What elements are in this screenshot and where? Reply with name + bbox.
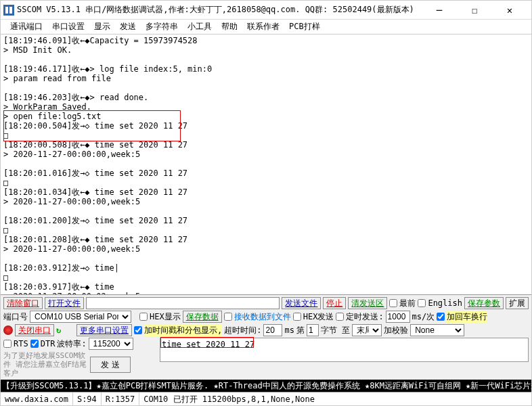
more-settings-button[interactable]: 更多串口设置	[76, 324, 132, 336]
ad-bar: 【升级到SSCOM5.13.1】★嘉立创PCB打样SMT贴片服务. ★RT-Th…	[1, 380, 531, 392]
clear-send-button[interactable]: 清发送区	[348, 297, 387, 309]
menu-serial-settings[interactable]: 串口设置	[48, 21, 89, 32]
svg-rect-0	[3, 5, 14, 16]
expand-button[interactable]: 扩展	[506, 297, 529, 309]
hexsend-checkbox[interactable]	[293, 313, 301, 321]
menu-port[interactable]: 通讯端口	[6, 21, 47, 32]
interval-input[interactable]	[386, 311, 410, 323]
close-port-button[interactable]: 关闭串口	[15, 324, 54, 336]
menu-help[interactable]: 帮助	[217, 21, 242, 32]
svg-rect-2	[9, 7, 12, 14]
promo-note: 为了更好地发展SSCOM软件 请您注册嘉立创F结尾客户	[3, 351, 87, 378]
save-params-button[interactable]: 保存参数	[464, 297, 504, 309]
statusbar: www.daxia.com S:94 R:1357 COM10 已打开 1152…	[1, 392, 531, 405]
send-button[interactable]: 发 送	[90, 357, 131, 373]
english-checkbox[interactable]	[418, 299, 426, 307]
status-sent: S:94	[73, 392, 102, 405]
control-panel: 清除窗口 打开文件 发送文件 停止 清发送区 最前 English 保存参数 扩…	[1, 294, 531, 380]
dtr-checkbox[interactable]	[30, 340, 39, 348]
timestamp-label: 加时间戳和分包显示,	[144, 325, 222, 336]
nth-label: 第	[296, 325, 305, 336]
send-textarea[interactable]: time set 2020 11 27	[160, 338, 529, 362]
record-icon	[3, 325, 13, 335]
addcheck-label: 加校验	[384, 325, 408, 336]
menu-multistring[interactable]: 多字符串	[141, 21, 182, 32]
port-select[interactable]: COM10 USB Serial Port	[30, 311, 131, 323]
menu-tools[interactable]: 小工具	[183, 21, 216, 32]
ms-label: ms	[284, 325, 294, 335]
status-recv: R:1357	[102, 392, 139, 405]
file-path-input[interactable]	[86, 297, 280, 309]
rts-checkbox[interactable]	[3, 340, 12, 348]
close-button[interactable]: ✕	[496, 2, 523, 18]
titlebar: SSCOM V5.13.1 串口/网络数据调试器,作者:大虾丁丁,2618058…	[1, 1, 531, 20]
menu-pcb[interactable]: PCB打样	[285, 21, 324, 32]
hexshow-label: HEX显示	[150, 311, 181, 323]
bytes-to-label: 字节 至	[321, 325, 350, 336]
nth-input[interactable]	[307, 324, 319, 336]
menubar: 通讯端口 串口设置 显示 发送 多字符串 小工具 帮助 联系作者 PCB打样	[1, 20, 531, 35]
timeout-label: 超时时间:	[224, 325, 261, 336]
stop-button[interactable]: 停止	[323, 297, 346, 309]
menu-display[interactable]: 显示	[90, 21, 114, 32]
timedsend-checkbox[interactable]	[336, 313, 344, 321]
addcrlf-label: 加回车换行	[447, 311, 487, 323]
english-label: English	[428, 298, 462, 308]
baud-label: 波特率:	[57, 338, 86, 350]
topmost-label: 最前	[399, 298, 416, 309]
interval-unit: ms/次	[412, 311, 435, 323]
window-title: SSCOM V5.13.1 串口/网络数据调试器,作者:大虾丁丁,2618058…	[17, 4, 420, 16]
maximize-button[interactable]: ☐	[461, 2, 488, 18]
timedsend-label: 定时发送:	[346, 311, 383, 323]
save-data-button[interactable]: 保存数据	[183, 311, 222, 323]
open-file-button[interactable]: 打开文件	[45, 297, 84, 309]
addcrlf-checkbox[interactable]	[437, 313, 445, 321]
recvtofile-checkbox[interactable]	[224, 313, 232, 321]
dtr-label: DTR	[41, 339, 56, 348]
baud-select[interactable]: 115200	[89, 338, 133, 350]
clear-window-button[interactable]: 清除窗口	[3, 297, 43, 309]
hexshow-checkbox[interactable]	[139, 313, 148, 321]
hexsend-label: HEX发送	[303, 311, 334, 323]
status-info: COM10 已打开 115200bps,8,1,None,None	[139, 392, 531, 405]
log-output[interactable]: [18:19:46.091]收←◆Capacity = 15973974528 …	[1, 35, 531, 294]
rts-label: RTS	[14, 339, 28, 348]
timeout-input[interactable]	[263, 324, 282, 336]
topmost-checkbox[interactable]	[389, 299, 397, 307]
end-select[interactable]: 末尾	[352, 324, 382, 336]
svg-rect-1	[5, 7, 8, 14]
status-url: www.daxia.com	[1, 392, 73, 405]
timestamp-checkbox[interactable]	[134, 326, 142, 334]
send-file-button[interactable]: 发送文件	[282, 297, 321, 309]
minimize-button[interactable]: ─	[426, 2, 453, 18]
menu-contact[interactable]: 联系作者	[243, 21, 284, 32]
recvtofile-label: 接收数据到文件	[234, 311, 291, 323]
checksum-select[interactable]: None	[410, 324, 464, 336]
port-label: 端口号	[3, 311, 28, 323]
app-icon	[3, 5, 14, 16]
refresh-icon[interactable]: ↻	[56, 325, 66, 335]
menu-send[interactable]: 发送	[116, 21, 140, 32]
